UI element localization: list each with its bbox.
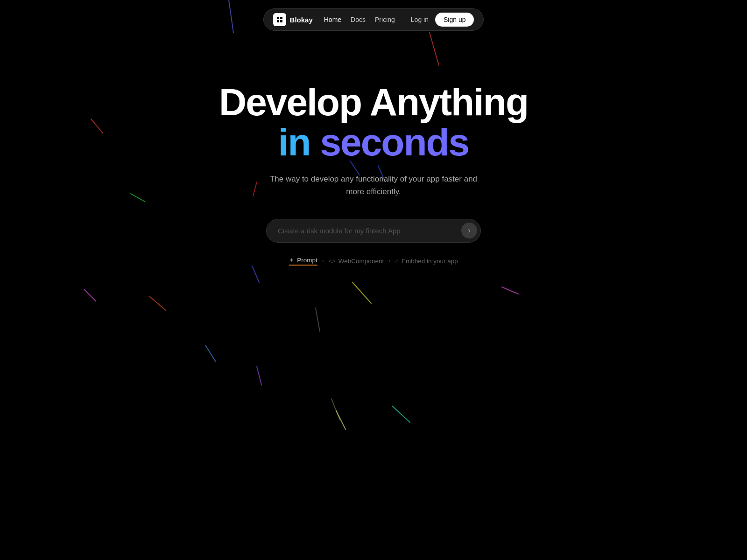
navbar: Blokay Home Docs Pricing Log in Sign up bbox=[0, 0, 747, 31]
hero-title-seconds: seconds bbox=[320, 121, 469, 163]
step-arrow-1: › bbox=[322, 258, 324, 264]
svg-line-17 bbox=[336, 411, 345, 429]
svg-line-13 bbox=[502, 287, 518, 294]
embed-icon: ⌂ bbox=[395, 258, 399, 265]
svg-line-10 bbox=[257, 366, 261, 385]
blokay-logo-icon bbox=[273, 13, 286, 26]
logo-area: Blokay bbox=[273, 13, 313, 26]
signup-button[interactable]: Sign up bbox=[435, 13, 474, 27]
steps-bar: ✦ Prompt › <> WebComponent › ⌂ Embbed in… bbox=[289, 257, 458, 266]
hero-subtitle: The way to develop any functionality of … bbox=[270, 173, 477, 198]
nav-link-pricing[interactable]: Pricing bbox=[375, 16, 395, 23]
step-embed: ⌂ Embbed in your app bbox=[395, 258, 458, 265]
hero-title-in: in bbox=[278, 121, 310, 163]
step-embed-label: Embbed in your app bbox=[402, 258, 458, 265]
svg-line-1 bbox=[430, 33, 439, 65]
svg-line-11 bbox=[316, 308, 320, 331]
nav-actions: Log in Sign up bbox=[411, 13, 474, 27]
search-input[interactable] bbox=[266, 219, 481, 243]
hero-title-line1: Develop Anything bbox=[219, 82, 528, 122]
svg-line-15 bbox=[331, 399, 340, 420]
search-submit-button[interactable]: › bbox=[461, 223, 477, 238]
prompt-icon: ✦ bbox=[289, 257, 294, 264]
hero-section: Develop Anything in seconds The way to d… bbox=[0, 82, 747, 266]
svg-line-16 bbox=[392, 406, 410, 422]
navbar-inner: Blokay Home Docs Pricing Log in Sign up bbox=[263, 8, 484, 31]
brand-name: Blokay bbox=[290, 16, 313, 24]
svg-line-12 bbox=[352, 282, 371, 303]
step-webcomponent: <> WebComponent bbox=[329, 258, 384, 265]
svg-line-14 bbox=[205, 345, 216, 362]
webcomponent-icon: <> bbox=[329, 258, 336, 265]
step-arrow-2: › bbox=[388, 258, 390, 264]
hero-title-line2: in seconds bbox=[219, 122, 528, 162]
svg-line-8 bbox=[149, 296, 166, 310]
chevron-right-icon: › bbox=[468, 226, 470, 235]
nav-link-docs[interactable]: Docs bbox=[351, 16, 366, 23]
hero-title: Develop Anything in seconds bbox=[219, 82, 528, 162]
step-prompt: ✦ Prompt bbox=[289, 257, 317, 266]
svg-line-9 bbox=[252, 266, 259, 282]
svg-line-7 bbox=[84, 289, 96, 301]
nav-link-home[interactable]: Home bbox=[324, 16, 341, 23]
step-prompt-label: Prompt bbox=[297, 257, 317, 264]
nav-links: Home Docs Pricing bbox=[324, 16, 395, 23]
step-webcomponent-label: WebComponent bbox=[338, 258, 384, 265]
login-button[interactable]: Log in bbox=[411, 16, 429, 23]
search-bar-container: › bbox=[266, 219, 481, 243]
